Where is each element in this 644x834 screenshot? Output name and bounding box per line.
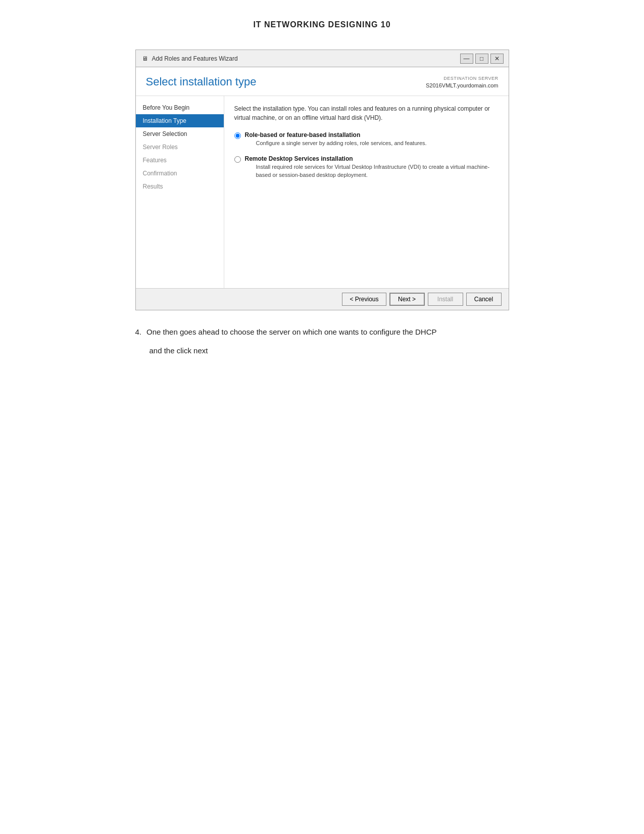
install-button[interactable]: Install [428,293,463,306]
sidebar-item-features: Features [136,154,224,167]
wizard-footer: < Previous Next > Install Cancel [136,288,509,310]
sidebar-item-results: Results [136,180,224,193]
app-title: Add Roles and Features Wizard [152,55,238,62]
sidebar-item-server-selection[interactable]: Server Selection [136,127,224,141]
radio-option-remote-desktop[interactable]: Remote Desktop Services installation Ins… [234,155,499,179]
radio-role-based[interactable] [234,132,241,139]
titlebar-left: 🖥 Add Roles and Features Wizard [141,55,238,63]
titlebar-controls: — □ ✕ [460,54,504,64]
option-remote-desktop-desc: Install required role services for Virtu… [256,163,499,179]
option-role-based-desc: Configure a single server by adding role… [256,140,427,147]
wizard-top: Select installation type DESTINATION SER… [136,67,509,96]
body-text: 4. One then goes ahead to choose the ser… [135,326,509,357]
next-button[interactable]: Next > [389,293,425,306]
wizard-content: Before You Begin Installation Type Serve… [136,96,509,288]
list-item-4: 4. One then goes ahead to choose the ser… [135,326,509,339]
list-number: 4. [135,326,142,339]
close-button[interactable]: ✕ [490,54,504,64]
option-remote-desktop-title: Remote Desktop Services installation [245,155,499,162]
list-text-line1: One then goes ahead to choose the server… [146,326,437,339]
sidebar-item-installation-type[interactable]: Installation Type [136,114,224,127]
page-header: IT NETWORKING DESIGNING 10 [0,0,644,39]
wizard-main: Select the installation type. You can in… [224,96,509,288]
wizard-wrapper: 🖥 Add Roles and Features Wizard — □ ✕ Se… [135,50,509,310]
wizard-destination: DESTINATION SERVER S2016VMLT.yourdomain.… [426,75,498,89]
previous-button[interactable]: < Previous [342,293,386,306]
destination-server: S2016VMLT.yourdomain.com [426,82,498,88]
wizard-titlebar: 🖥 Add Roles and Features Wizard — □ ✕ [135,50,509,67]
minimize-button[interactable]: — [460,54,473,64]
radio-remote-desktop[interactable] [234,156,241,163]
radio-option-role-based[interactable]: Role-based or feature-based installation… [234,131,499,147]
destination-label: DESTINATION SERVER [426,75,498,82]
sidebar-item-server-roles: Server Roles [136,141,224,154]
option-role-based-title: Role-based or feature-based installation [245,131,427,138]
sidebar-item-confirmation: Confirmation [136,167,224,180]
cancel-button[interactable]: Cancel [466,293,502,306]
wizard-page-title: Select installation type [146,75,257,88]
app-icon: 🖥 [141,55,149,63]
maximize-button[interactable]: □ [475,54,488,64]
wizard-body: Select installation type DESTINATION SER… [135,67,509,310]
intro-text: Select the installation type. You can in… [234,104,499,122]
sidebar-item-before-you-begin[interactable]: Before You Begin [136,101,224,114]
list-text-line2: and the click next [150,344,509,357]
wizard-sidebar: Before You Begin Installation Type Serve… [136,96,224,288]
